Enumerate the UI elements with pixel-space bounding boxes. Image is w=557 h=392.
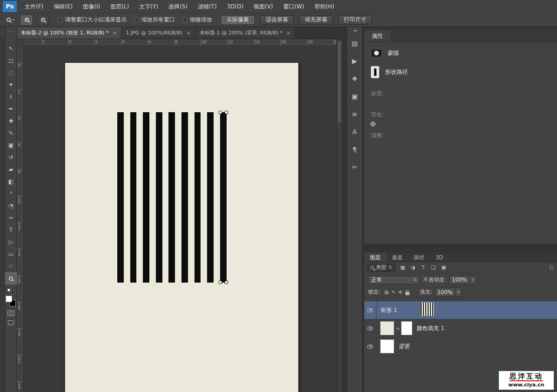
character-panel-icon[interactable]: A	[347, 123, 362, 141]
chevron-down-icon[interactable]: ▾	[470, 276, 476, 284]
lock-transparent-pixels-icon[interactable]: ▨	[383, 290, 390, 295]
gradient-tool[interactable]: ◧	[5, 176, 17, 188]
menu-item-file[interactable]: 文件(F)	[20, 0, 48, 13]
clone-stamp-tool[interactable]: ▣	[5, 139, 17, 151]
zoom-out-button[interactable]: −	[37, 15, 49, 25]
eye-icon[interactable]	[367, 308, 373, 312]
lock-all-icon[interactable]	[405, 292, 409, 295]
expand-panels-icon[interactable]: ◂◂	[347, 27, 362, 34]
filter-type-layers-icon[interactable]: T	[419, 264, 428, 270]
menu-item-help[interactable]: 帮助(H)	[309, 0, 339, 13]
fill-field[interactable]: 100% ▾	[435, 288, 462, 297]
paragraph-panel-icon[interactable]: ¶	[347, 141, 362, 158]
layer-comps-panel-icon[interactable]: ≡	[347, 105, 362, 123]
layer-thumbnail[interactable]	[380, 339, 394, 353]
tab-layers[interactable]: 图层	[364, 253, 386, 262]
zoom-in-button[interactable]: +	[20, 15, 33, 25]
resize-windows-checkbox[interactable]: 调整窗口大小以满屏显示	[58, 16, 127, 24]
crop-tool[interactable]: ♯	[5, 91, 17, 103]
quick-selection-tool[interactable]: ✦	[5, 79, 17, 91]
path-anchor-handle[interactable]	[219, 111, 222, 114]
vertical-scrollbar[interactable]	[336, 39, 342, 392]
opacity-field[interactable]: 100% ▾	[449, 276, 476, 284]
filter-shape-layers-icon[interactable]: ❏	[429, 264, 438, 270]
blur-tool[interactable]: ❛	[5, 188, 17, 200]
filter-adjustment-layers-icon[interactable]: ◑	[409, 264, 418, 270]
menu-item-edit[interactable]: 编辑(E)	[48, 0, 78, 13]
tab-3d[interactable]: 3D	[430, 253, 449, 262]
eraser-tool[interactable]: ▰	[5, 163, 17, 176]
layer-mask-thumbnail[interactable]	[401, 321, 412, 335]
default-swap-colors-icon[interactable]	[7, 289, 14, 294]
zoom-tool-badge[interactable]: ▾	[5, 17, 16, 23]
menu-item-select[interactable]: 选择(S)	[163, 0, 193, 13]
scrollbar-thumb[interactable]	[338, 41, 341, 122]
layer-filter-toggle[interactable]	[548, 264, 554, 271]
lasso-tool[interactable]: ◌	[5, 67, 17, 79]
hand-tool[interactable]: ☞	[5, 260, 17, 272]
brush-tool[interactable]: ✎	[5, 127, 17, 139]
horizontal-ruler[interactable]: 202468101214161820	[23, 39, 336, 46]
swatches-panel-icon[interactable]: ▤	[347, 34, 362, 52]
filter-smart-objects-icon[interactable]: ▣	[439, 264, 449, 270]
document-canvas[interactable]	[65, 63, 298, 392]
menu-item-type[interactable]: 文字(Y)	[134, 0, 163, 13]
chevron-down-icon[interactable]: ▾	[455, 288, 462, 296]
eyedropper-tool[interactable]: ✒	[5, 103, 17, 115]
vertical-ruler[interactable]: 024681 01 21 41 61 82 02 22 4	[17, 46, 23, 392]
history-brush-tool[interactable]: ↺	[5, 151, 17, 163]
fit-screen-button[interactable]: 适合屏幕	[260, 15, 294, 25]
document-tab-2[interactable]: 1.JPG @ 100%(RGB/8)×	[121, 27, 195, 39]
layer-row-background[interactable]: 背景	[364, 338, 557, 356]
tab-properties[interactable]: 属性	[364, 31, 390, 41]
move-tool[interactable]: ↖	[5, 42, 17, 54]
path-anchor-handle[interactable]	[225, 281, 228, 284]
tab-close-icon[interactable]: ×	[286, 30, 291, 36]
tab-paths[interactable]: 路径	[408, 253, 430, 262]
rectangle-tool[interactable]: ▭	[5, 248, 17, 260]
actual-pixels-button[interactable]: 实际像素	[221, 15, 255, 25]
brush-panel-icon[interactable]: ❖	[347, 70, 362, 88]
clone-source-panel-icon[interactable]: ▣	[347, 88, 362, 105]
zoom-tool[interactable]	[5, 272, 17, 284]
menu-item-view[interactable]: 视图(V)	[248, 0, 278, 13]
scrubby-zoom-checkbox[interactable]: 细微缩放	[182, 16, 212, 24]
menu-item-3d[interactable]: 3D(D)	[222, 0, 248, 13]
tab-channels[interactable]: 通道	[386, 253, 408, 262]
path-selection-tool[interactable]: ▷	[5, 236, 17, 248]
actions-panel-icon[interactable]: ▶	[347, 52, 362, 70]
canvas-viewport[interactable]	[23, 46, 336, 392]
foreground-color-swatch[interactable]	[6, 296, 12, 302]
color-swatches[interactable]	[6, 296, 16, 306]
quick-mask-icon[interactable]	[7, 311, 14, 316]
fill-screen-button[interactable]: 填充屏幕	[299, 15, 333, 25]
marquee-tool[interactable]: ◻	[5, 54, 17, 67]
eye-icon[interactable]	[367, 345, 373, 349]
path-anchor-handle[interactable]	[219, 281, 222, 284]
filter-pixel-layers-icon[interactable]: ▦	[398, 264, 408, 270]
layer-row-rectangle-1[interactable]: 矩形 1	[364, 301, 557, 319]
layer-thumbnail[interactable]	[420, 302, 434, 316]
blend-mode-dropdown[interactable]: 正常 ⇅	[368, 276, 420, 284]
tab-close-icon[interactable]: ×	[186, 30, 191, 36]
layer-filter-kind-dropdown[interactable]: 类型 ⇅	[367, 264, 396, 272]
document-tab-1[interactable]: 未标题-2 @ 100% (矩形 1, RGB/8) *×	[17, 27, 121, 39]
lock-position-icon[interactable]: ✜	[397, 290, 404, 295]
dodge-tool[interactable]: ◔	[5, 200, 17, 212]
tool-presets-panel-icon[interactable]: ✂	[347, 158, 362, 176]
document-tab-3[interactable]: 未标题-1 @ 200% (背景, RGB/8) *×	[195, 27, 295, 39]
menu-item-filter[interactable]: 滤镜(T)	[193, 0, 222, 13]
type-tool[interactable]: T	[5, 224, 17, 236]
menu-item-image[interactable]: 图像(I)	[78, 0, 105, 13]
eye-icon[interactable]	[367, 326, 373, 331]
tab-close-icon[interactable]: ×	[112, 30, 117, 36]
print-size-button[interactable]: 打印尺寸	[338, 15, 372, 25]
zoom-all-windows-checkbox[interactable]: 缩放所有窗口	[134, 16, 175, 24]
pen-tool[interactable]: ✑	[5, 212, 17, 224]
healing-brush-tool[interactable]: ✚	[5, 115, 17, 127]
path-anchor-handle[interactable]	[225, 111, 228, 114]
layer-row-color-fill-1[interactable]: ∞颜色填充 1	[364, 319, 557, 338]
menu-item-window[interactable]: 窗口(W)	[278, 0, 309, 13]
menu-item-layer[interactable]: 图层(L)	[105, 0, 134, 13]
screen-mode-icon[interactable]	[8, 320, 14, 325]
